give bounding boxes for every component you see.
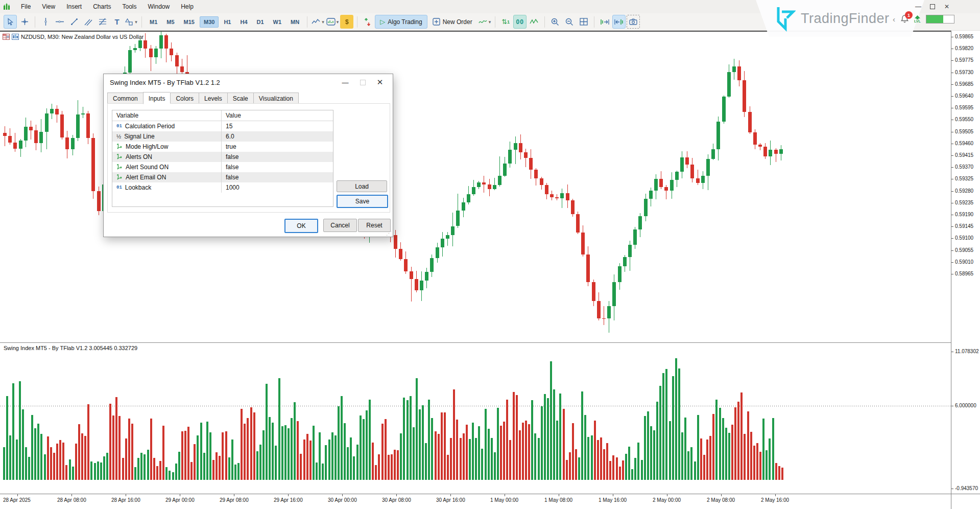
window-close-button[interactable]: ✕ xyxy=(942,3,951,10)
table-row-alert-sound-on[interactable]: Alert Sound ONfalse xyxy=(112,162,333,172)
menu-item-file[interactable]: File xyxy=(15,1,36,12)
channel-tool-button[interactable] xyxy=(82,15,95,29)
timeframe-m15-button[interactable]: M15 xyxy=(180,16,199,28)
double-zero-button[interactable]: 00 xyxy=(513,15,527,29)
integer-input-icon: 01 xyxy=(116,185,122,190)
window-minimize-button[interactable]: — xyxy=(914,3,923,10)
grid-button[interactable] xyxy=(577,15,590,29)
timeframe-w1-button[interactable]: W1 xyxy=(269,16,286,28)
price-tick xyxy=(951,84,953,85)
menu-item-insert[interactable]: Insert xyxy=(61,1,87,12)
table-row-alert-email-on[interactable]: Alert Email ONfalse xyxy=(112,172,333,182)
price-axis[interactable]: 0.598650.598200.597750.597300.596850.596… xyxy=(951,31,980,494)
crosshair-tool-button[interactable] xyxy=(18,15,31,29)
panel-separator[interactable] xyxy=(0,342,951,343)
price-axis-label: 0.59730 xyxy=(955,70,973,75)
variable-name: Lookback xyxy=(125,184,151,191)
horizontal-line-tool-button[interactable] xyxy=(53,15,66,29)
auto-scroll-button[interactable] xyxy=(612,15,626,29)
bool-input-icon xyxy=(116,174,123,181)
table-row-lookback[interactable]: 01Lookback1000 xyxy=(112,182,333,193)
time-axis-label: 30 Apr 08:00 xyxy=(382,497,411,503)
text-tool-button[interactable]: T xyxy=(110,15,124,29)
menu-item-tools[interactable]: Tools xyxy=(117,1,142,12)
timeframe-m1-button[interactable]: M1 xyxy=(146,16,161,28)
shapes-tool-button[interactable]: ▾ xyxy=(125,15,138,29)
zoom-in-button[interactable] xyxy=(548,15,562,29)
symbol-label-row: NZDUSD, M30: New Zealand Dollar vs US Do… xyxy=(3,34,144,40)
table-row-mode-high-low[interactable]: Mode High/Lowtrue xyxy=(112,142,333,152)
chart-shift-button[interactable] xyxy=(598,15,611,29)
lvl-label: LVL xyxy=(914,19,921,23)
menu-item-charts[interactable]: Charts xyxy=(87,1,116,12)
price-axis-label: 0.59820 xyxy=(955,45,973,51)
collapse-chevron-icon[interactable]: ‹ xyxy=(893,15,895,24)
dialog-minimize-button[interactable]: — xyxy=(337,76,354,89)
shift-left-icon xyxy=(621,19,623,25)
ok-button[interactable]: OK xyxy=(284,219,318,233)
chevron-down-icon: ▾ xyxy=(337,19,339,25)
depth-of-market-button[interactable]: ⇅1 xyxy=(499,15,512,29)
buy-sell-arrows-button[interactable] xyxy=(361,15,374,29)
lvl-indicator[interactable]: LVL xyxy=(914,15,921,23)
menu-item-help[interactable]: Help xyxy=(175,1,199,12)
indicator-window-button[interactable]: ▾ xyxy=(326,15,340,29)
fibonacci-tool-button[interactable] xyxy=(96,15,109,29)
zigzag-button[interactable] xyxy=(528,15,541,29)
time-axis-label: 29 Apr 08:00 xyxy=(220,497,249,503)
screenshot-button[interactable] xyxy=(627,15,640,29)
cursor-tool-button[interactable] xyxy=(4,15,17,29)
variable-value[interactable]: false xyxy=(222,153,333,160)
integer-input-icon: 01 xyxy=(116,124,122,129)
dialog-resize-grip[interactable]: ⋰ xyxy=(386,230,392,237)
bool-input-icon xyxy=(116,164,123,170)
algo-trading-button[interactable]: ▷ Algo Trading xyxy=(375,15,427,29)
bool-input-icon xyxy=(116,153,123,161)
table-row-signal-line[interactable]: ½Signal Line6.0 xyxy=(112,131,333,142)
dialog-maximize-button[interactable] xyxy=(354,76,371,89)
indicators-button[interactable]: ▾ xyxy=(478,15,492,29)
timeframe-m30-button[interactable]: M30 xyxy=(200,16,219,28)
load-button[interactable]: Load xyxy=(337,180,387,192)
variable-value[interactable]: 1000 xyxy=(222,184,333,191)
time-axis-label: 29 Apr 00:00 xyxy=(165,497,195,503)
time-axis-label: 2 May 08:00 xyxy=(707,497,735,503)
price-tick xyxy=(951,238,953,239)
table-row-calculation-period[interactable]: 01Calculation Period15 xyxy=(112,121,333,131)
table-row-alerts-on[interactable]: Alerts ONfalse xyxy=(112,152,333,162)
menu-item-window[interactable]: Window xyxy=(142,1,176,12)
tab-inputs[interactable]: Inputs xyxy=(143,92,171,104)
variable-value[interactable]: 15 xyxy=(222,123,333,130)
variable-value[interactable]: false xyxy=(222,164,333,171)
price-axis-label: 0.59370 xyxy=(955,164,973,170)
save-button[interactable]: Save xyxy=(337,195,388,208)
timeframe-m5-button[interactable]: M5 xyxy=(162,16,178,28)
trendline-tool-button[interactable] xyxy=(67,15,81,29)
dialog-close-button[interactable]: ✕ xyxy=(371,76,389,89)
notifications-button[interactable]: 1 xyxy=(900,14,909,24)
variable-name: Alerts ON xyxy=(126,153,152,160)
chart-type-button[interactable]: ▾ xyxy=(311,15,325,29)
menu-item-view[interactable]: View xyxy=(36,1,61,12)
new-order-button[interactable]: New Order xyxy=(427,15,477,29)
timeframe-d1-button[interactable]: D1 xyxy=(253,16,268,28)
vertical-line-tool-button[interactable] xyxy=(39,15,52,29)
variable-cell: Alert Email ON xyxy=(112,172,222,182)
variable-cell: 01Calculation Period xyxy=(112,121,222,131)
price-axis-label: 0.59280 xyxy=(955,188,973,194)
variable-value[interactable]: true xyxy=(222,143,333,150)
timeframe-h1-button[interactable]: H1 xyxy=(220,16,235,28)
window-controls: — ✕ xyxy=(914,3,951,10)
dialog-title: Swing Index MT5 - By TFlab V1.2 1.2 xyxy=(110,79,220,86)
currency-button[interactable]: $ xyxy=(340,15,353,29)
variable-value[interactable]: false xyxy=(222,174,333,181)
timeframe-h4-button[interactable]: H4 xyxy=(236,16,251,28)
window-restore-button[interactable] xyxy=(928,3,937,10)
variable-name: Signal Line xyxy=(124,133,154,140)
zoom-out-button[interactable] xyxy=(563,15,576,29)
time-axis[interactable]: 28 Apr 202528 Apr 08:0028 Apr 16:0029 Ap… xyxy=(0,494,980,509)
cancel-button[interactable]: Cancel xyxy=(323,219,357,232)
time-tick xyxy=(721,494,722,496)
variable-value[interactable]: 6.0 xyxy=(222,133,333,140)
timeframe-mn-button[interactable]: MN xyxy=(286,16,303,28)
